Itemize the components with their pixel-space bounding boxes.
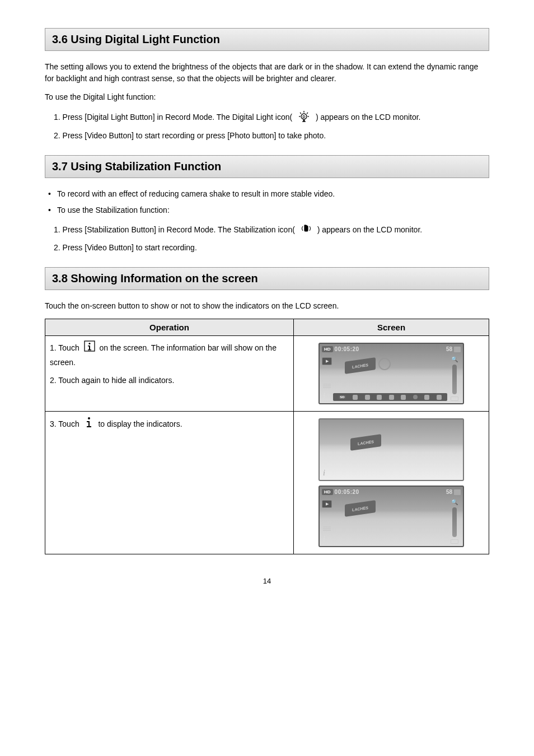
- svg-point-9: [88, 417, 90, 419]
- step-1-text-a: 1. Press [Digital Light Button] in Recor…: [54, 113, 292, 122]
- svg-point-8: [88, 343, 90, 344]
- section-3-6-lead: To use the Digital Light function:: [45, 91, 489, 103]
- self-timer-icon: [378, 358, 391, 370]
- svg-line-4: [307, 113, 308, 114]
- info-corner-icon: i: [323, 469, 325, 478]
- screenshot-partial-overlay: HD 00:05:20 58 🔍 ▶: [318, 486, 464, 547]
- info-corner-icon: i: [323, 535, 325, 544]
- svg-line-3: [300, 113, 301, 114]
- status-icon: [389, 395, 394, 400]
- row2-step3: 3. Touch to display the indicators.: [50, 416, 289, 433]
- svg-text:D: D: [303, 115, 306, 119]
- section-3-6-step-1: 1. Press [Digital Light Button] in Recor…: [54, 110, 489, 125]
- status-icon: [401, 395, 406, 400]
- section-3-7-header: 3.7 Using Stabilization Function: [45, 155, 489, 178]
- battery-icon: [451, 396, 458, 401]
- photo-count: 58: [446, 489, 452, 495]
- step-1-text-a: 1. Press [Stabilization Button] in Recor…: [54, 225, 295, 234]
- photo-count: 58: [446, 346, 452, 352]
- page-number: 14: [45, 577, 489, 585]
- photo-icon: [454, 489, 461, 495]
- playback-button-icon: ▶: [322, 357, 332, 365]
- info-table: Operation Screen 1. Touch: [45, 319, 489, 554]
- rec-time: 00:05:20: [335, 489, 359, 495]
- table-row: 1. Touch on the screen. The information …: [45, 336, 489, 412]
- rec-time: 00:05:20: [335, 346, 359, 352]
- photo-icon: [454, 347, 461, 352]
- boat-sign: LACHES: [345, 357, 376, 374]
- row2-step3-b: to display the indicators.: [98, 419, 182, 428]
- hd-badge: HD: [322, 346, 333, 352]
- info-button-icon: [84, 340, 95, 356]
- zoom-in-icon: 🔍: [451, 499, 458, 505]
- row1-step1-a: 1. Touch: [50, 343, 79, 352]
- row1-step2: 2. Touch again to hide all indicators.: [50, 374, 289, 388]
- table-header-screen: Screen: [294, 319, 489, 336]
- section-3-7-step-1: 1. Press [Stabilization Button] in Recor…: [54, 223, 489, 237]
- row2-step3-a: 3. Touch: [50, 419, 79, 428]
- battery-icon: [451, 539, 458, 544]
- table-header-operation: Operation: [45, 319, 294, 336]
- status-icon: [424, 395, 429, 400]
- row1-step1: 1. Touch on the screen. The information …: [50, 340, 289, 370]
- sd-badge: SD: [339, 395, 345, 399]
- info-corner-icon: i: [323, 392, 325, 401]
- section-3-7-bullet-1: To record with an effect of reducing cam…: [48, 188, 489, 200]
- section-3-8-header: 3.8 Showing Information on the screen: [45, 267, 489, 290]
- menu-button-icon: [322, 525, 332, 533]
- section-3-8-intro: Touch the on-screen button to show or no…: [45, 300, 489, 312]
- status-icon: [437, 395, 442, 400]
- menu-button-icon: [322, 382, 332, 390]
- table-row: 3. Touch to display the indicators. LACH…: [45, 412, 489, 554]
- screenshot-full-overlay: HD 00:05:20 58 🔍 ▶: [318, 343, 464, 404]
- zoom-slider: [452, 507, 457, 537]
- digital-light-icon: D: [297, 110, 311, 125]
- screenshot-no-overlay: LACHES i: [318, 418, 464, 481]
- status-bar: SD: [333, 393, 447, 401]
- status-icon: [365, 395, 370, 400]
- stabilization-icon: [299, 223, 313, 237]
- info-toggle-icon: [84, 416, 94, 433]
- boat-sign: LACHES: [350, 434, 381, 451]
- step-1-text-b: ) appears on the LCD monitor.: [316, 113, 421, 122]
- section-3-6-intro: The setting allows you to extend the bri…: [45, 61, 489, 85]
- playback-button-icon: ▶: [322, 500, 332, 508]
- status-icon: [377, 395, 382, 400]
- record-dot-icon: [413, 395, 418, 399]
- section-3-7-step-2: 2. Press [Video Button] to start recordi…: [54, 242, 489, 254]
- zoom-slider: [452, 365, 457, 394]
- section-3-6-header: 3.6 Using Digital Light Function: [45, 28, 489, 51]
- section-3-6-step-2: 2. Press [Video Button] to start recordi…: [54, 130, 489, 142]
- section-3-7-bullet-2: To use the Stabilization function:: [48, 204, 489, 216]
- boat-sign: LACHES: [345, 500, 376, 517]
- status-icon: [353, 395, 358, 400]
- hd-badge: HD: [322, 489, 333, 495]
- zoom-in-icon: 🔍: [451, 356, 458, 362]
- step-1-text-b: ) appears on the LCD monitor.: [317, 225, 423, 234]
